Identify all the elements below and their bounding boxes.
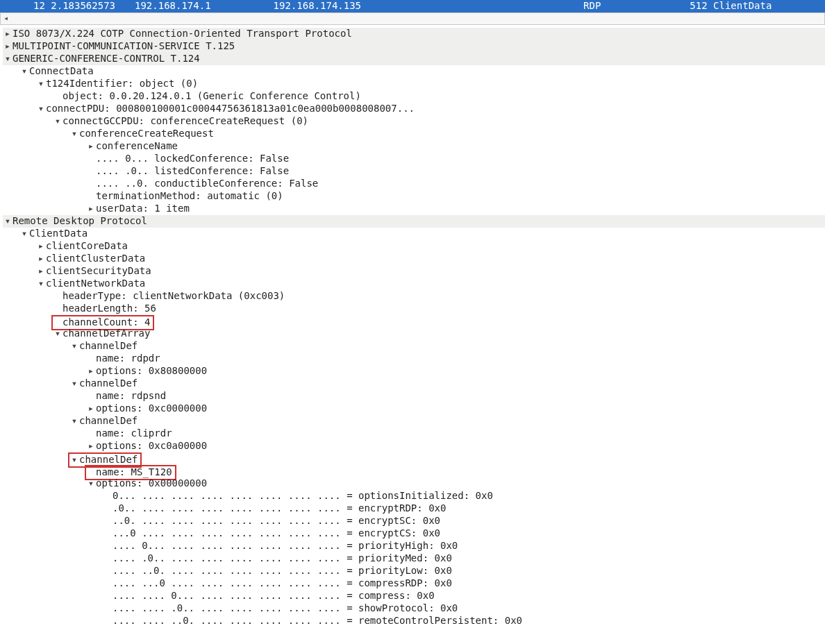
tree-row[interactable]: ..0. .... .... .... .... .... .... .... …: [3, 515, 825, 527]
spacer-icon: [53, 290, 62, 303]
spacer-icon: [53, 90, 62, 103]
tree-label: channelCount: 4: [62, 316, 150, 328]
tree-row[interactable]: ▸MULTIPOINT-COMMUNICATION-SERVICE T.125: [3, 40, 825, 53]
tree-row[interactable]: ▾t124Identifier: object (0): [3, 78, 825, 90]
tree-row[interactable]: name: MS_T120: [3, 465, 825, 477]
tree-row[interactable]: ▾connectPDU: 000800100001c00044756361813…: [3, 103, 825, 115]
tree-row[interactable]: ▾clientNetworkData: [3, 278, 825, 290]
tree-label: t124Identifier: object (0): [46, 78, 198, 89]
tree-row[interactable]: ▾GENERIC-CONFERENCE-CONTROL T.124: [3, 53, 825, 65]
collapse-icon[interactable]: ▸: [86, 402, 96, 415]
expand-icon[interactable]: ▾: [19, 65, 29, 78]
tree-row[interactable]: .... 0... .... .... .... .... .... .... …: [3, 540, 825, 552]
collapse-icon[interactable]: ▸: [36, 240, 46, 253]
col-len: 512: [690, 0, 707, 11]
col-no: 12: [33, 0, 45, 11]
tree-row[interactable]: ▸userData: 1 item: [3, 203, 825, 215]
tree-label: .... ..0. conductibleConference: False: [96, 178, 318, 189]
tree-row[interactable]: .... 0... lockedConference: False: [3, 153, 825, 165]
tree-row[interactable]: .0.. .... .... .... .... .... .... .... …: [3, 502, 825, 515]
tree-row[interactable]: ▾ClientData: [3, 228, 825, 240]
tree-row[interactable]: terminationMethod: automatic (0): [3, 190, 825, 203]
tree-row[interactable]: ▸options: 0xc0000000: [3, 402, 825, 415]
tree-row[interactable]: .... ...0 .... .... .... .... .... .... …: [3, 577, 825, 590]
tree-label: conferenceName: [96, 140, 178, 151]
tree-row[interactable]: channelCount: 4: [3, 315, 825, 328]
expand-icon[interactable]: ▾: [86, 477, 96, 490]
collapse-icon[interactable]: ▸: [36, 253, 46, 265]
expand-icon[interactable]: ▾: [53, 115, 62, 128]
tree-row[interactable]: name: rdpdr: [3, 353, 825, 365]
tree-row[interactable]: 0... .... .... .... .... .... .... .... …: [3, 490, 825, 502]
tree-row[interactable]: ▸options: 0x80800000: [3, 365, 825, 378]
tree-row[interactable]: ▾channelDef: [3, 340, 825, 353]
tree-label: userData: 1 item: [96, 203, 190, 214]
packet-list-row[interactable]: 12 2.183562573192.168.174.1192.168.174.1…: [0, 0, 825, 12]
tree-label: headerType: clientNetworkData (0xc003): [62, 290, 285, 301]
collapse-icon[interactable]: ▸: [86, 203, 96, 215]
tree-row[interactable]: ▾channelDef: [3, 378, 825, 390]
tree-row[interactable]: .... ..0. conductibleConference: False: [3, 178, 825, 190]
tree-label: .... ..0. .... .... .... .... .... .... …: [112, 565, 452, 576]
tree-row[interactable]: ▾ConnectData: [3, 65, 825, 78]
tree-label: channelDefArray: [62, 328, 150, 339]
tree-row[interactable]: ▾channelDef: [3, 452, 825, 465]
protocol-tree[interactable]: ▸ISO 8073/X.224 COTP Connection-Oriented…: [0, 25, 825, 633]
tree-row[interactable]: .... .... .0.. .... .... .... .... .... …: [3, 602, 825, 615]
tree-label: channelDef: [79, 378, 138, 389]
tree-row[interactable]: ...0 .... .... .... .... .... .... .... …: [3, 527, 825, 540]
tree-row[interactable]: .... .... 0... .... .... .... .... .... …: [3, 590, 825, 602]
tree-label: .... ...0 .... .... .... .... .... .... …: [112, 577, 452, 588]
collapse-icon[interactable]: ▸: [36, 265, 46, 278]
tree-label: name: rdpdr: [96, 353, 160, 364]
tree-row[interactable]: ▾conferenceCreateRequest: [3, 128, 825, 140]
tree-row[interactable]: headerLength: 56: [3, 303, 825, 315]
expand-icon[interactable]: ▾: [69, 128, 79, 140]
tree-row[interactable]: ▾Remote Desktop Protocol: [3, 215, 825, 228]
expand-icon[interactable]: ▾: [53, 328, 62, 340]
tree-row[interactable]: ▾channelDef: [3, 415, 825, 427]
tree-row[interactable]: name: cliprdr: [3, 427, 825, 440]
collapse-icon[interactable]: ▸: [3, 40, 12, 53]
tree-row[interactable]: ▸conferenceName: [3, 140, 825, 153]
spacer-icon: [103, 577, 112, 590]
tree-label: ..0. .... .... .... .... .... .... .... …: [112, 515, 440, 526]
tree-row[interactable]: .... .0.. .... .... .... .... .... .... …: [3, 552, 825, 565]
expand-icon[interactable]: ▾: [36, 278, 46, 290]
collapse-icon[interactable]: ▸: [3, 28, 12, 40]
col-info: ClientData: [713, 0, 772, 11]
expand-icon[interactable]: ▾: [3, 215, 12, 228]
tree-row[interactable]: ▸options: 0xc0a00000: [3, 440, 825, 452]
expand-icon[interactable]: ▾: [69, 415, 79, 427]
collapse-icon[interactable]: ▸: [86, 365, 96, 378]
scroll-left-icon[interactable]: ◂: [3, 13, 8, 24]
tree-row[interactable]: ▸clientSecurityData: [3, 265, 825, 278]
tree-row[interactable]: ▾options: 0x00000000: [3, 477, 825, 490]
expand-icon[interactable]: ▾: [36, 78, 46, 90]
tree-row[interactable]: .... ..0. .... .... .... .... .... .... …: [3, 565, 825, 577]
spacer-icon: [86, 190, 96, 203]
expand-icon[interactable]: ▾: [3, 53, 12, 65]
collapse-icon[interactable]: ▸: [86, 140, 96, 153]
expand-icon[interactable]: ▾: [69, 378, 79, 390]
tree-row[interactable]: ▸clientCoreData: [3, 240, 825, 253]
tree-row[interactable]: ▸ISO 8073/X.224 COTP Connection-Oriented…: [3, 28, 825, 40]
tree-row[interactable]: ▾connectGCCPDU: conferenceCreateRequest …: [3, 115, 825, 128]
tree-row[interactable]: headerType: clientNetworkData (0xc003): [3, 290, 825, 303]
tree-row[interactable]: ▾channelDefArray: [3, 328, 825, 340]
expand-icon[interactable]: ▾: [19, 228, 29, 240]
expand-icon[interactable]: ▾: [36, 103, 46, 115]
spacer-icon: [103, 515, 112, 527]
tree-label: .... .... 0... .... .... .... .... .... …: [112, 590, 435, 601]
tree-row[interactable]: ▸clientClusterData: [3, 253, 825, 265]
tree-row[interactable]: name: rdpsnd: [3, 390, 825, 402]
tree-row[interactable]: .... .0.. listedConference: False: [3, 165, 825, 178]
horizontal-scrollbar[interactable]: ◂: [0, 12, 825, 25]
tree-row[interactable]: object: 0.0.20.124.0.1 (Generic Conferen…: [3, 90, 825, 103]
collapse-icon[interactable]: ▸: [86, 440, 96, 452]
tree-label: MULTIPOINT-COMMUNICATION-SERVICE T.125: [12, 40, 235, 51]
col-proto: RDP: [583, 0, 601, 11]
spacer-icon: [86, 353, 96, 365]
tree-row[interactable]: .... .... ..0. .... .... .... .... .... …: [3, 615, 825, 627]
expand-icon[interactable]: ▾: [69, 340, 79, 353]
